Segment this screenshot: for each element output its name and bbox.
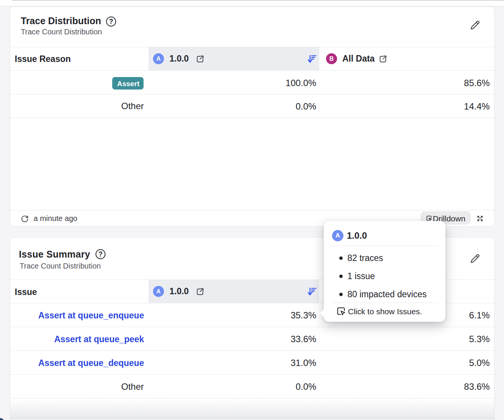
svg-text:?: ? (98, 250, 102, 258)
svg-text:?: ? (109, 18, 113, 25)
